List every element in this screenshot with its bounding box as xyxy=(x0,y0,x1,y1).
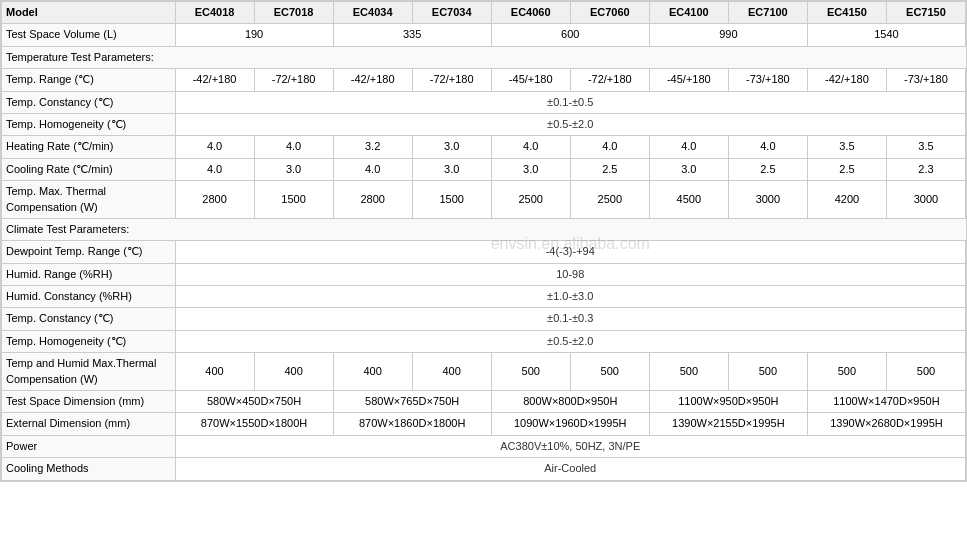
row-label-3: Temp. Constancy (℃) xyxy=(2,91,176,113)
row-value-9: -4(-3)-+94envsin.en.alibaba.com xyxy=(175,241,965,263)
row-label-11: Humid. Constancy (%RH) xyxy=(2,286,176,308)
row-label-13: Temp. Homogeneity (℃) xyxy=(2,330,176,352)
cell-14-4: 500 xyxy=(491,353,570,391)
cell-6-5: 2.5 xyxy=(570,158,649,180)
header-ec4018: EC4018 xyxy=(175,2,254,24)
cell-group-16-4: 1390W×2680D×1995H xyxy=(807,413,965,435)
cell-14-1: 400 xyxy=(254,353,333,391)
row-value-13: ±0.5-±2.0 xyxy=(175,330,965,352)
cell-2-8: -42/+180 xyxy=(807,69,886,91)
row-label-15: Test Space Dimension (mm) xyxy=(2,391,176,413)
cell-5-4: 4.0 xyxy=(491,136,570,158)
cell-7-4: 2500 xyxy=(491,181,570,219)
cell-5-9: 3.5 xyxy=(886,136,965,158)
header-ec7018: EC7018 xyxy=(254,2,333,24)
row-label-10: Humid. Range (%RH) xyxy=(2,263,176,285)
cell-group-0-0: 190 xyxy=(175,24,333,46)
header-ec4150: EC4150 xyxy=(807,2,886,24)
row-value-3: ±0.1-±0.5 xyxy=(175,91,965,113)
section-header-8: Climate Test Parameters: xyxy=(2,218,966,240)
cell-6-1: 3.0 xyxy=(254,158,333,180)
cell-6-9: 2.3 xyxy=(886,158,965,180)
cell-5-7: 4.0 xyxy=(728,136,807,158)
row-label-4: Temp. Homogeneity (℃) xyxy=(2,113,176,135)
cell-7-8: 4200 xyxy=(807,181,886,219)
row-value-18: Air-Cooled xyxy=(175,458,965,480)
spec-table: ModelEC4018EC7018EC4034EC7034EC4060EC706… xyxy=(0,0,967,482)
cell-group-15-3: 1100W×950D×950H xyxy=(649,391,807,413)
cell-group-16-1: 870W×1860D×1800H xyxy=(333,413,491,435)
cell-14-0: 400 xyxy=(175,353,254,391)
cell-group-16-0: 870W×1550D×1800H xyxy=(175,413,333,435)
cell-6-7: 2.5 xyxy=(728,158,807,180)
row-label-0: Test Space Volume (L) xyxy=(2,24,176,46)
header-ec4034: EC4034 xyxy=(333,2,412,24)
cell-group-15-1: 580W×765D×750H xyxy=(333,391,491,413)
cell-7-1: 1500 xyxy=(254,181,333,219)
cell-14-5: 500 xyxy=(570,353,649,391)
section-header-1: Temperature Test Parameters: xyxy=(2,46,966,68)
row-value-12: ±0.1-±0.3 xyxy=(175,308,965,330)
cell-group-15-2: 800W×800D×950H xyxy=(491,391,649,413)
cell-group-15-0: 580W×450D×750H xyxy=(175,391,333,413)
row-label-6: Cooling Rate (℃/min) xyxy=(2,158,176,180)
cell-group-0-4: 1540 xyxy=(807,24,965,46)
cell-2-2: -42/+180 xyxy=(333,69,412,91)
header-ec4100: EC4100 xyxy=(649,2,728,24)
row-label-17: Power xyxy=(2,435,176,457)
cell-14-3: 400 xyxy=(412,353,491,391)
cell-6-4: 3.0 xyxy=(491,158,570,180)
cell-14-8: 500 xyxy=(807,353,886,391)
row-value-4: ±0.5-±2.0 xyxy=(175,113,965,135)
row-value-10: 10-98 xyxy=(175,263,965,285)
cell-group-16-2: 1090W×1960D×1995H xyxy=(491,413,649,435)
cell-group-15-4: 1100W×1470D×950H xyxy=(807,391,965,413)
cell-6-8: 2.5 xyxy=(807,158,886,180)
cell-2-7: -73/+180 xyxy=(728,69,807,91)
cell-7-9: 3000 xyxy=(886,181,965,219)
header-ec7060: EC7060 xyxy=(570,2,649,24)
row-value-17: AC380V±10%, 50HZ, 3N/PE xyxy=(175,435,965,457)
cell-group-0-1: 335 xyxy=(333,24,491,46)
cell-14-9: 500 xyxy=(886,353,965,391)
cell-7-3: 1500 xyxy=(412,181,491,219)
cell-2-0: -42/+180 xyxy=(175,69,254,91)
header-ec7034: EC7034 xyxy=(412,2,491,24)
cell-2-3: -72/+180 xyxy=(412,69,491,91)
cell-5-0: 4.0 xyxy=(175,136,254,158)
header-ec4060: EC4060 xyxy=(491,2,570,24)
cell-2-6: -45/+180 xyxy=(649,69,728,91)
cell-group-16-3: 1390W×2155D×1995H xyxy=(649,413,807,435)
row-label-5: Heating Rate (℃/min) xyxy=(2,136,176,158)
row-label-16: External Dimension (mm) xyxy=(2,413,176,435)
row-label-2: Temp. Range (℃) xyxy=(2,69,176,91)
cell-7-2: 2800 xyxy=(333,181,412,219)
cell-14-7: 500 xyxy=(728,353,807,391)
row-label-12: Temp. Constancy (℃) xyxy=(2,308,176,330)
cell-7-0: 2800 xyxy=(175,181,254,219)
cell-5-8: 3.5 xyxy=(807,136,886,158)
cell-5-1: 4.0 xyxy=(254,136,333,158)
cell-6-6: 3.0 xyxy=(649,158,728,180)
cell-5-6: 4.0 xyxy=(649,136,728,158)
cell-6-2: 4.0 xyxy=(333,158,412,180)
cell-group-0-2: 600 xyxy=(491,24,649,46)
cell-5-5: 4.0 xyxy=(570,136,649,158)
cell-7-7: 3000 xyxy=(728,181,807,219)
cell-14-2: 400 xyxy=(333,353,412,391)
row-label-9: Dewpoint Temp. Range (℃) xyxy=(2,241,176,263)
cell-group-0-3: 990 xyxy=(649,24,807,46)
cell-7-5: 2500 xyxy=(570,181,649,219)
cell-2-1: -72/+180 xyxy=(254,69,333,91)
cell-6-0: 4.0 xyxy=(175,158,254,180)
cell-7-6: 4500 xyxy=(649,181,728,219)
row-label-7: Temp. Max. Thermal Compensation (W) xyxy=(2,181,176,219)
row-label-14: Temp and Humid Max.Thermal Compensation … xyxy=(2,353,176,391)
row-value-11: ±1.0-±3.0 xyxy=(175,286,965,308)
cell-5-3: 3.0 xyxy=(412,136,491,158)
cell-14-6: 500 xyxy=(649,353,728,391)
cell-2-5: -72/+180 xyxy=(570,69,649,91)
header-ec7150: EC7150 xyxy=(886,2,965,24)
row-label-18: Cooling Methods xyxy=(2,458,176,480)
header-ec7100: EC7100 xyxy=(728,2,807,24)
